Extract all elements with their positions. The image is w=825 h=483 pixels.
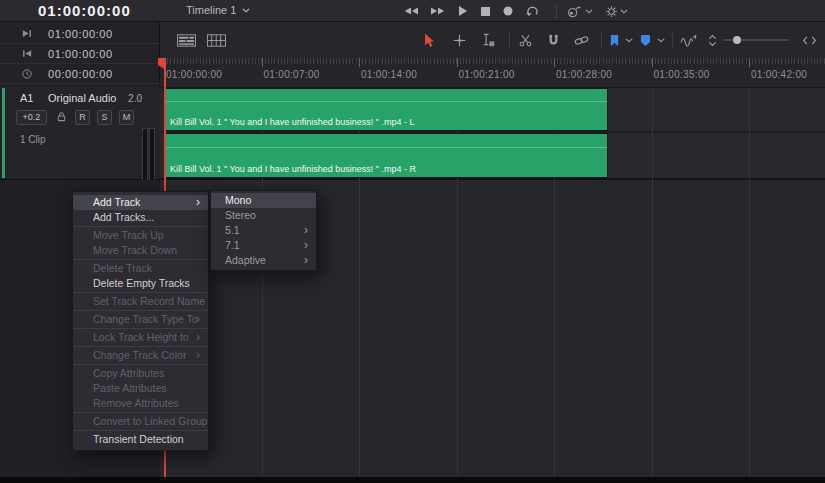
menu-separator — [73, 226, 208, 227]
scissors-icon[interactable] — [519, 22, 532, 58]
filmstrip-view-icon[interactable] — [207, 22, 226, 58]
timeline-ruler[interactable]: 01:00:00:0001:00:07:0001:00:14:0001:00:2… — [161, 58, 825, 88]
ruler-timecode-label: 01:00:21:00 — [459, 69, 515, 80]
stop-icon — [481, 7, 490, 16]
audio-clip-left[interactable]: Kill Bill Vol. 1 " You and I have unfini… — [164, 88, 608, 131]
gridline — [749, 88, 750, 477]
ruler-major-tick — [262, 58, 263, 67]
track-format: 2.0 — [128, 93, 142, 104]
chevron-down-icon — [620, 9, 628, 14]
menu-item-stereo[interactable]: Stereo — [211, 208, 316, 223]
track-name[interactable]: Original Audio — [48, 92, 117, 104]
skip-to-end-icon — [22, 29, 32, 38]
automation-settings-button[interactable] — [605, 5, 628, 18]
menu-separator — [73, 364, 208, 365]
link-icon[interactable] — [574, 22, 589, 58]
menu-item-copy-attributes: Copy Attributes — [73, 366, 208, 381]
menu-item-transient-detection[interactable]: Transient Detection — [73, 432, 208, 447]
menu-item-adaptive[interactable]: Adaptive› — [211, 253, 316, 268]
ruler-timecode-label: 01:00:42:00 — [751, 69, 807, 80]
timeline-view-options-icon[interactable] — [177, 22, 196, 58]
menu-separator — [73, 259, 208, 260]
menu-item-add-tracks[interactable]: Add Tracks... — [73, 210, 208, 225]
fairlight-waveform-icon[interactable] — [680, 22, 699, 58]
horizontal-scroll-icon[interactable] — [802, 22, 817, 58]
automation-button[interactable] — [566, 5, 593, 18]
edit-range-tool-icon[interactable] — [481, 22, 495, 58]
submenu-arrow-icon: › — [196, 348, 200, 362]
menu-separator — [73, 412, 208, 413]
solo-button[interactable]: S — [97, 110, 112, 125]
timeline-selector[interactable]: Timeline 1 — [186, 4, 250, 16]
submenu-arrow-icon: › — [196, 312, 200, 326]
menu-item-add-track[interactable]: Add Track› — [73, 195, 208, 210]
zoom-slider-thumb[interactable] — [733, 36, 741, 44]
rewind-button[interactable] — [404, 6, 418, 16]
play-button[interactable] — [458, 6, 468, 16]
menu-item-label: Add Track — [93, 196, 140, 208]
menu-item-label: Lock Track Height to — [93, 331, 189, 343]
menu-item-paste-attributes: Paste Attributes — [73, 381, 208, 396]
clip-color-icon[interactable] — [640, 22, 651, 58]
record-arm-button[interactable]: R — [75, 110, 90, 125]
loop-button[interactable] — [526, 5, 539, 17]
track-clip-count: 1 Clip — [20, 134, 46, 145]
record-icon — [503, 6, 513, 16]
ruler-timecode-label: 01:00:35:00 — [654, 69, 710, 80]
ruler-major-tick — [652, 58, 653, 67]
menu-item-5-1[interactable]: 5.1› — [211, 223, 316, 238]
toolbar-divider — [509, 32, 510, 48]
submenu-arrow-icon: › — [304, 223, 308, 237]
pointer-tool-icon[interactable] — [423, 22, 435, 58]
menu-separator — [73, 328, 208, 329]
record-button[interactable] — [503, 6, 513, 16]
chevron-down-icon[interactable] — [657, 22, 665, 58]
ruler-timecode-label: 01:00:28:00 — [556, 69, 612, 80]
add-track-submenu: MonoStereo5.1›7.1›Adaptive› — [210, 190, 317, 271]
menu-item-mono[interactable]: Mono — [211, 193, 316, 208]
timecode-row: 01:00:00:00 — [0, 24, 160, 44]
menu-item-label: Transient Detection — [93, 433, 184, 445]
audio-clip-right[interactable]: Kill Bill Vol. 1 " You and I have unfini… — [164, 133, 608, 178]
chevron-down-icon — [242, 8, 250, 13]
clip-label: Kill Bill Vol. 1 " You and I have unfini… — [170, 164, 416, 174]
ruler-major-tick — [749, 58, 750, 67]
submenu-arrow-icon: › — [304, 238, 308, 252]
timecode-value: 00:00:00:00 — [48, 68, 113, 80]
ruler-major-tick — [554, 58, 555, 67]
menu-item-7-1[interactable]: 7.1› — [211, 238, 316, 253]
clock-icon — [22, 69, 32, 79]
lock-icon[interactable] — [56, 111, 67, 122]
bottom-edge-bar — [0, 477, 825, 483]
zoom-slider[interactable] — [723, 39, 789, 41]
menu-item-remove-attributes: Remove Attributes — [73, 396, 208, 411]
submenu-arrow-icon: › — [196, 330, 200, 344]
track-gain-field[interactable]: +0.2 — [16, 110, 47, 125]
mute-button[interactable]: M — [119, 110, 134, 125]
fast-forward-button[interactable] — [431, 6, 445, 16]
track-height-icon[interactable] — [708, 22, 717, 58]
menu-item-label: Delete Track — [93, 262, 152, 274]
timeline-selector-label: Timeline 1 — [186, 4, 236, 16]
menu-item-label: Add Tracks... — [93, 211, 154, 223]
menu-item-label: Change Track Color — [93, 349, 186, 361]
automation-icon — [566, 5, 583, 18]
menu-separator — [73, 310, 208, 311]
menu-item-label: Move Track Up — [93, 229, 164, 241]
gridline — [652, 88, 653, 477]
menu-separator — [73, 430, 208, 431]
play-icon — [458, 6, 468, 16]
trim-tool-icon[interactable] — [453, 22, 466, 58]
menu-item-label: Paste Attributes — [93, 382, 167, 394]
menu-item-delete-empty-tracks[interactable]: Delete Empty Tracks — [73, 276, 208, 291]
menu-item-label: Adaptive — [225, 254, 266, 266]
menu-item-change-track-color: Change Track Color› — [73, 348, 208, 363]
snap-magnet-icon[interactable] — [547, 22, 560, 58]
ruler-timecode-label: 01:00:07:00 — [264, 69, 320, 80]
chevron-down-icon[interactable] — [625, 22, 633, 58]
menu-item-label: Stereo — [225, 209, 256, 221]
marker-flag-icon[interactable] — [609, 22, 620, 58]
menu-item-label: Set Track Record Name — [93, 295, 205, 307]
track-header-a1[interactable]: A1 Original Audio 2.0 +0.2 R S M 1 Clip — [0, 86, 160, 180]
stop-button[interactable] — [481, 7, 490, 16]
